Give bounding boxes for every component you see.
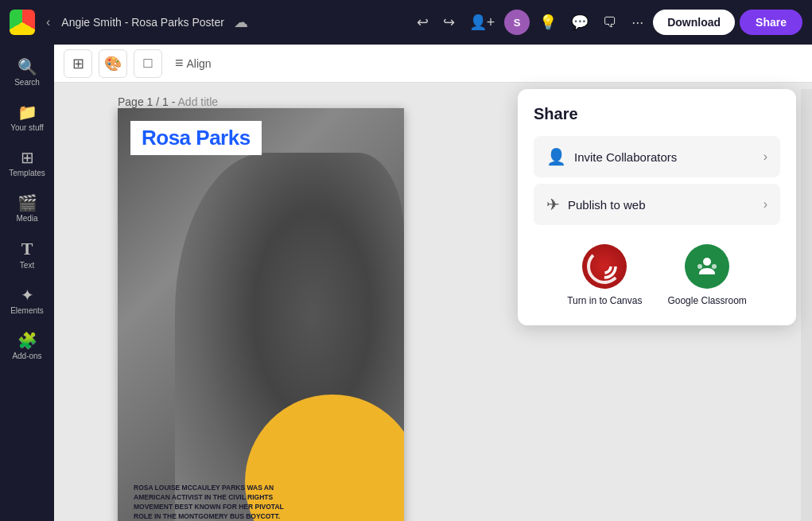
- main-layout: 🔍 Search 📁 Your stuff ⊞ Templates 🎬 Medi…: [0, 45, 812, 521]
- share-panel-title: Share: [534, 105, 780, 123]
- app-logo[interactable]: [10, 10, 35, 35]
- avatar[interactable]: S: [504, 10, 530, 35]
- invite-collaborators-button[interactable]: 👤 Invite Collaborators ›: [534, 136, 780, 177]
- svg-point-4: [712, 264, 717, 269]
- publish-icon: ✈: [546, 195, 560, 214]
- poster-body-text: ROSA LOUISE MCCAULEY PARKS WAS AN AMERIC…: [134, 484, 293, 521]
- lightbulb-icon[interactable]: 💡: [534, 9, 561, 36]
- grid-button[interactable]: ⊞: [64, 49, 92, 78]
- invite-label: Invite Collaborators: [574, 150, 677, 164]
- svg-point-0: [593, 255, 616, 278]
- redo-button[interactable]: ↪: [438, 9, 460, 36]
- sidebar-item-media[interactable]: 🎬 Media: [3, 187, 51, 229]
- canvas-area: ⊞ 🎨 □ ≡ Align Page 1 / 1 - Add title Ros…: [54, 45, 812, 521]
- color-wheel-button[interactable]: 🎨: [99, 49, 127, 78]
- media-icon: 🎬: [17, 193, 37, 212]
- share-apps: Turn in to Canvas Google Classroom: [534, 241, 780, 306]
- toolbar-row: ⊞ 🎨 □ ≡ Align: [54, 45, 812, 83]
- align-icon: ≡: [175, 55, 184, 72]
- publish-label: Publish to web: [568, 198, 646, 212]
- svg-point-2: [703, 258, 711, 266]
- back-button[interactable]: ‹: [41, 12, 55, 33]
- sidebar-item-add-ons[interactable]: 🧩 Add-ons: [3, 325, 51, 367]
- sidebar-label-media: Media: [16, 214, 37, 223]
- undo-button[interactable]: ↩: [412, 9, 433, 36]
- publish-arrow-icon: ›: [763, 197, 767, 212]
- sidebar-item-search[interactable]: 🔍 Search: [3, 51, 51, 93]
- share-button[interactable]: Share: [740, 10, 802, 35]
- sidebar: 🔍 Search 📁 Your stuff ⊞ Templates 🎬 Medi…: [0, 45, 54, 521]
- design-canvas[interactable]: Rosa Parks ROSA LOUISE MCCAULEY PARKS WA…: [118, 108, 404, 521]
- sidebar-label-search: Search: [14, 78, 40, 87]
- publish-to-web-button[interactable]: ✈ Publish to web ›: [534, 184, 780, 225]
- topbar-actions: ↩ ↪ 👤+ S 💡 💬 🗨 ··· Download Share: [412, 9, 802, 36]
- sidebar-label-add-ons: Add-ons: [12, 352, 41, 360]
- svg-point-1: [598, 260, 611, 273]
- comment-icon[interactable]: 💬: [566, 9, 593, 36]
- add-title-hint[interactable]: Add title: [178, 95, 219, 108]
- canvas-lms-icon: [582, 244, 627, 289]
- add-user-button[interactable]: 👤+: [464, 9, 500, 36]
- sidebar-label-elements: Elements: [10, 306, 44, 315]
- page-number: Page 1 / 1 -: [118, 95, 175, 108]
- poster-title: Rosa Parks: [130, 121, 262, 155]
- poster-background: Rosa Parks ROSA LOUISE MCCAULEY PARKS WA…: [118, 108, 404, 521]
- invite-icon: 👤: [546, 147, 566, 166]
- rectangle-button[interactable]: □: [134, 49, 162, 78]
- templates-icon: ⊞: [21, 148, 34, 167]
- page-info: Page 1 / 1 - Add title: [118, 89, 218, 115]
- sidebar-item-text[interactable]: T Text: [3, 232, 51, 276]
- share-panel: Share 👤 Invite Collaborators › ✈ Publish…: [518, 89, 796, 325]
- scrollbar[interactable]: [801, 89, 812, 521]
- align-label: Align: [187, 57, 212, 70]
- svg-point-3: [697, 264, 702, 269]
- search-icon: 🔍: [17, 57, 37, 76]
- google-classroom-icon: [685, 244, 729, 289]
- google-classroom-app[interactable]: Google Classroom: [667, 244, 746, 306]
- sidebar-label-your-stuff: Your stuff: [10, 123, 44, 132]
- canvas-lms-app[interactable]: Turn in to Canvas: [567, 244, 642, 306]
- document-title: Angie Smith - Rosa Parks Poster: [61, 16, 224, 29]
- text-icon: T: [21, 239, 33, 259]
- cloud-sync-icon: ☁: [234, 14, 248, 31]
- sidebar-label-templates: Templates: [9, 169, 45, 177]
- invite-arrow-icon: ›: [763, 150, 767, 164]
- sidebar-item-your-stuff[interactable]: 📁 Your stuff: [3, 96, 51, 138]
- elements-icon: ✦: [21, 286, 34, 305]
- add-ons-icon: 🧩: [17, 331, 37, 350]
- folder-icon: 📁: [17, 103, 37, 122]
- canvas-lms-label: Turn in to Canvas: [567, 295, 642, 306]
- google-classroom-label: Google Classroom: [667, 295, 746, 306]
- align-button[interactable]: ≡ Align: [175, 55, 212, 72]
- topbar: ‹ Angie Smith - Rosa Parks Poster ☁ ↩ ↪ …: [0, 0, 812, 45]
- sidebar-item-elements[interactable]: ✦ Elements: [3, 279, 51, 321]
- collaboration-icon[interactable]: 🗨: [598, 10, 622, 36]
- sidebar-label-text: Text: [20, 261, 34, 270]
- download-button[interactable]: Download: [653, 10, 735, 35]
- sidebar-item-templates[interactable]: ⊞ Templates: [3, 142, 51, 184]
- more-options-button[interactable]: ···: [627, 10, 648, 36]
